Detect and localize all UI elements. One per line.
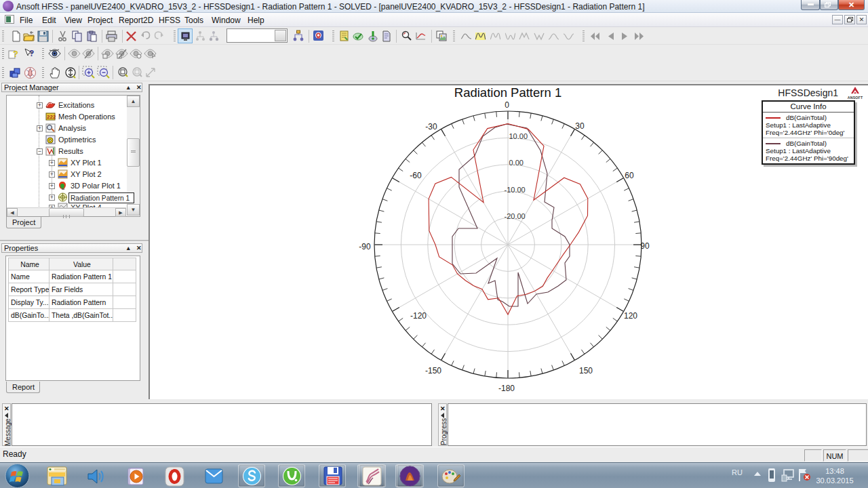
svg-text:?: ?: [13, 49, 18, 59]
svg-text:30: 30: [575, 121, 585, 131]
svg-text:-180: -180: [498, 384, 515, 393]
svg-text:222: 222: [47, 114, 56, 120]
svg-text:120: 120: [624, 311, 637, 321]
svg-text:-30: -30: [425, 122, 437, 131]
svg-text:90: 90: [640, 241, 650, 251]
svg-text:-120: -120: [410, 311, 427, 321]
svg-text:-10.00: -10.00: [505, 186, 526, 194]
svg-text:-60: -60: [410, 171, 422, 180]
svg-text:60: 60: [625, 171, 634, 180]
svg-text:150: 150: [579, 366, 593, 375]
svg-text:-20.00: -20.00: [505, 212, 526, 220]
svg-text:-150: -150: [425, 366, 441, 375]
svg-text:?: ?: [29, 49, 34, 58]
svg-text:0: 0: [505, 100, 509, 110]
svg-text:10.00: 10.00: [509, 132, 528, 140]
svg-text:0.00: 0.00: [509, 159, 524, 167]
svg-text:-90: -90: [359, 242, 371, 251]
